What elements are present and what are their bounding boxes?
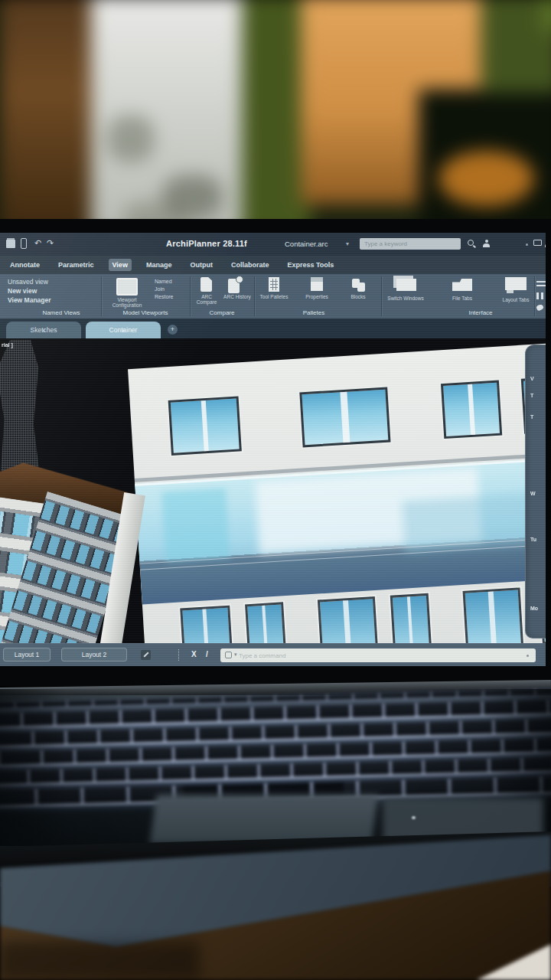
panel-label[interactable]: T bbox=[530, 393, 533, 398]
building-window bbox=[318, 596, 378, 643]
command-bar-dot bbox=[527, 655, 529, 657]
building-window bbox=[441, 381, 502, 439]
panel-label[interactable]: V bbox=[530, 376, 534, 381]
main-building-facade bbox=[128, 343, 546, 643]
brush-icon[interactable] bbox=[141, 650, 151, 660]
layout-tab-1[interactable]: Layout 1 bbox=[3, 648, 51, 662]
building-window bbox=[168, 396, 242, 455]
command-dropdown-icon[interactable]: ▾ bbox=[234, 652, 237, 658]
building-window bbox=[180, 606, 233, 643]
glass-reflection bbox=[161, 488, 230, 562]
layout-tab-2[interactable]: Layout 2 bbox=[61, 648, 127, 662]
panel-label[interactable]: Tu bbox=[530, 537, 536, 542]
command-input[interactable] bbox=[220, 648, 536, 662]
panel-label[interactable]: W bbox=[530, 491, 536, 496]
pencil-icon[interactable]: / bbox=[206, 650, 208, 658]
panel-label[interactable]: Mo bbox=[530, 606, 538, 611]
glass-curtain-wall bbox=[135, 458, 546, 605]
status-bar: Layout 1 Layout 2 X / ▾ bbox=[0, 643, 546, 666]
building-window bbox=[299, 387, 390, 448]
building-window bbox=[390, 593, 432, 643]
desk-shadow bbox=[0, 942, 199, 980]
command-prompt-icon bbox=[225, 652, 232, 658]
building-window bbox=[463, 587, 523, 643]
building-window bbox=[245, 602, 287, 643]
erase-icon[interactable]: X bbox=[191, 650, 197, 658]
collapsed-side-panel[interactable]: V T T W Tu Mo bbox=[525, 345, 546, 639]
panel-label[interactable]: T bbox=[530, 414, 533, 420]
photo-scene: ↶ ↷ ArchiPlanner 28.11f Container.arc ▾ … bbox=[0, 0, 551, 980]
separator bbox=[178, 649, 179, 661]
viewport-corner-label[interactable]: rial ] bbox=[2, 342, 13, 348]
